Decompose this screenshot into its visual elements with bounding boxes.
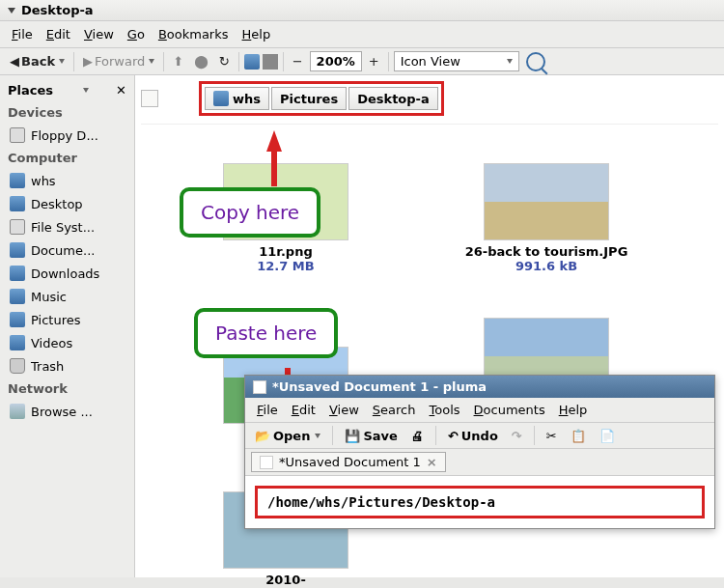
pluma-menubar: File Edit View Search Tools Documents He… <box>245 398 714 423</box>
stop-button: ⬤ <box>190 52 212 70</box>
file-item[interactable]: 26-back to tourism.JPG 991.6 kB <box>450 163 643 273</box>
pluma-menu-file[interactable]: File <box>251 400 284 420</box>
pluma-tab[interactable]: *Unsaved Document 1 × <box>251 452 446 472</box>
sidebar-item-floppy[interactable]: Floppy D... <box>0 124 134 147</box>
sidebar-item-documents[interactable]: Docume... <box>0 238 134 262</box>
sidebar-item-whs[interactable]: whs <box>0 169 134 192</box>
menu-view[interactable]: View <box>78 24 120 44</box>
window-menu-icon[interactable] <box>8 8 15 14</box>
print-button[interactable]: 🖨 <box>407 427 428 445</box>
separator <box>388 52 389 71</box>
sidebar-close-icon[interactable]: ✕ <box>116 83 126 98</box>
sidebar-item-filesystem[interactable]: File Syst... <box>0 215 134 238</box>
close-tab-icon[interactable]: × <box>427 455 437 469</box>
menu-edit[interactable]: Edit <box>41 24 76 44</box>
floppy-icon <box>10 127 25 143</box>
pluma-toolbar: 📂 Open 💾 Save 🖨 ↶ Undo ↷ ✂ 📋 📄 <box>245 423 714 449</box>
sidebar: Places ✕ Devices Floppy D... Computer wh… <box>0 75 135 577</box>
pluma-editor[interactable]: /home/whs/Pictures/Desktop-a <box>245 476 714 528</box>
file-name: 2010- <box>189 573 382 587</box>
zoom-in-button[interactable]: + <box>365 52 383 70</box>
sidebar-item-downloads[interactable]: Downloads <box>0 262 134 285</box>
undo-button[interactable]: ↶ Undo <box>444 427 502 445</box>
home-icon <box>213 91 229 106</box>
breadcrumb-highlight: whs Pictures Desktop-a <box>199 81 444 116</box>
document-icon <box>260 456 273 469</box>
separator <box>283 52 284 71</box>
pluma-titlebar[interactable]: *Unsaved Document 1 - pluma <box>245 376 714 398</box>
menubar: File Edit View Go Bookmarks Help <box>0 21 724 48</box>
folder-icon <box>10 335 25 350</box>
pluma-menu-documents[interactable]: Documents <box>468 400 551 420</box>
sidebar-item-pictures[interactable]: Pictures <box>0 308 134 331</box>
zoom-out-button[interactable]: − <box>289 52 307 70</box>
paste-button[interactable]: 📄 <box>596 427 619 445</box>
pluma-menu-search[interactable]: Search <box>367 400 422 420</box>
arrow-annotation <box>266 130 282 152</box>
menu-bookmarks[interactable]: Bookmarks <box>153 24 235 44</box>
thumbnail <box>484 163 609 240</box>
computer-icon[interactable] <box>263 54 278 70</box>
menu-help[interactable]: Help <box>237 24 277 44</box>
open-button[interactable]: 📂 Open <box>251 427 324 445</box>
separator <box>73 52 74 71</box>
pluma-window[interactable]: *Unsaved Document 1 - pluma File Edit Vi… <box>244 375 715 529</box>
sidebar-item-trash[interactable]: Trash <box>0 354 134 378</box>
file-size: 991.6 kB <box>450 259 643 273</box>
sidebar-group-network: Network <box>0 378 134 400</box>
tab-label: *Unsaved Document 1 <box>279 455 421 469</box>
titlebar[interactable]: Desktop-a <box>0 0 724 21</box>
path-highlight: /home/whs/Pictures/Desktop-a <box>255 486 705 518</box>
sidebar-dropdown-icon[interactable] <box>83 88 89 93</box>
separator <box>534 426 535 445</box>
callout-copy: Copy here <box>180 187 320 238</box>
sidebar-header: Places ✕ <box>0 79 134 101</box>
redo-button[interactable]: ↷ <box>508 427 526 445</box>
sidebar-item-browse-network[interactable]: Browse ... <box>0 400 134 423</box>
document-icon <box>253 380 266 394</box>
edit-path-icon[interactable] <box>141 90 158 107</box>
sidebar-item-desktop[interactable]: Desktop <box>0 192 134 215</box>
zoom-level[interactable]: 200% <box>310 51 362 71</box>
forward-button: ▶ Forward <box>79 52 158 70</box>
folder-icon <box>10 312 25 327</box>
separator <box>238 52 239 71</box>
view-mode-select[interactable]: Icon View <box>394 51 519 71</box>
separator <box>332 426 333 445</box>
cut-button[interactable]: ✂ <box>543 427 561 445</box>
pluma-menu-tools[interactable]: Tools <box>424 400 466 420</box>
back-button[interactable]: ◀ Back <box>6 52 69 70</box>
breadcrumb-whs[interactable]: whs <box>205 87 269 110</box>
pluma-menu-edit[interactable]: Edit <box>286 400 321 420</box>
file-name: 26-back to tourism.JPG <box>450 244 643 259</box>
copy-button[interactable]: 📋 <box>567 427 590 445</box>
breadcrumb-desktop-a[interactable]: Desktop-a <box>348 87 438 110</box>
drive-icon <box>10 219 25 235</box>
callout-paste: Paste here <box>194 308 338 358</box>
pluma-menu-help[interactable]: Help <box>553 400 594 420</box>
sidebar-group-devices: Devices <box>0 101 134 124</box>
folder-icon <box>10 242 25 258</box>
sidebar-group-computer: Computer <box>0 147 134 169</box>
folder-icon <box>10 196 25 211</box>
menu-file[interactable]: File <box>6 24 39 44</box>
sidebar-item-music[interactable]: Music <box>0 285 134 308</box>
up-button[interactable]: ⬆ <box>169 52 187 70</box>
folder-icon <box>10 289 25 304</box>
home-icon[interactable] <box>244 54 260 70</box>
menu-go[interactable]: Go <box>122 24 151 44</box>
trash-icon <box>10 358 25 374</box>
pluma-tabbar: *Unsaved Document 1 × <box>245 449 714 476</box>
save-button[interactable]: 💾 Save <box>341 427 401 445</box>
search-icon[interactable] <box>526 52 545 71</box>
sidebar-item-videos[interactable]: Videos <box>0 331 134 354</box>
window-title: Desktop-a <box>21 3 94 17</box>
folder-icon <box>10 266 25 281</box>
pluma-menu-view[interactable]: View <box>323 400 365 420</box>
home-icon <box>10 173 25 188</box>
reload-button[interactable]: ↻ <box>215 52 234 70</box>
breadcrumb-pictures[interactable]: Pictures <box>271 87 347 110</box>
separator <box>163 52 164 71</box>
pluma-title-text: *Unsaved Document 1 - pluma <box>272 379 487 394</box>
toolbar: ◀ Back ▶ Forward ⬆ ⬤ ↻ − 200% + Icon Vie… <box>0 48 724 75</box>
